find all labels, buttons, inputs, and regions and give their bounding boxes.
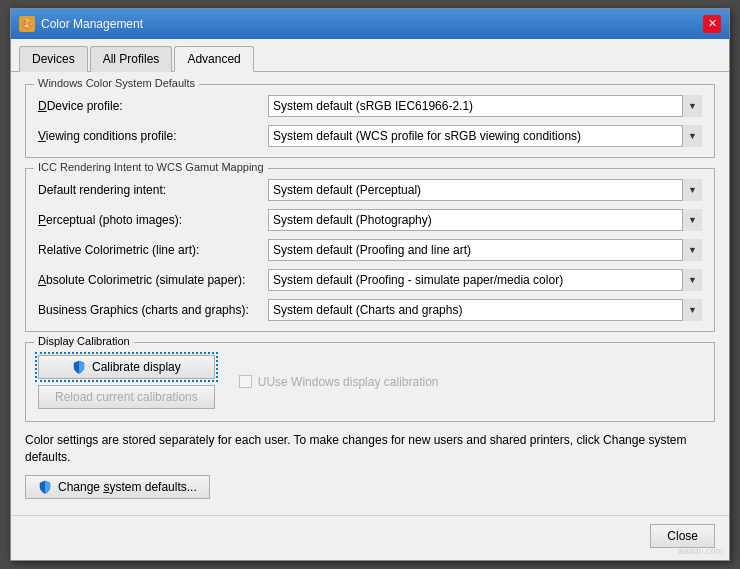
viewing-conditions-label: Viewing conditions profile:	[38, 129, 268, 143]
business-select[interactable]: System default (Charts and graphs)	[268, 299, 702, 321]
color-management-window: 🎨 Color Management ✕ Devices All Profile…	[10, 8, 730, 562]
device-profile-label: DDevice profile:	[38, 99, 268, 113]
icc-rendering-title: ICC Rendering Intent to WCS Gamut Mappin…	[34, 161, 268, 173]
viewing-conditions-select-wrapper: System default (WCS profile for sRGB vie…	[268, 125, 702, 147]
use-windows-calibration-label: UUse Windows display calibration	[258, 375, 439, 389]
windows-color-system-section: Windows Color System Defaults DDevice pr…	[25, 84, 715, 158]
use-windows-calibration-checkbox[interactable]	[239, 375, 252, 388]
perceptual-row: Perceptual (photo images): System defaul…	[38, 209, 702, 231]
close-button[interactable]: ✕	[703, 15, 721, 33]
shield-icon	[72, 360, 86, 374]
title-bar: 🎨 Color Management ✕	[11, 9, 729, 39]
change-defaults-label: Change system defaults...	[58, 480, 197, 494]
reload-calibrations-button[interactable]: Reload current calibrations	[38, 385, 215, 409]
use-windows-calibration-row: UUse Windows display calibration	[239, 375, 439, 389]
perceptual-select[interactable]: System default (Photography)	[268, 209, 702, 231]
info-text: Color settings are stored separately for…	[25, 432, 715, 466]
absolute-row: Absolute Colorimetric (simulate paper): …	[38, 269, 702, 291]
default-rendering-label: Default rendering intent:	[38, 183, 268, 197]
device-profile-select-wrapper: System default (sRGB IEC61966-2.1) ▼	[268, 95, 702, 117]
window-title: Color Management	[41, 17, 143, 31]
viewing-conditions-select[interactable]: System default (WCS profile for sRGB vie…	[268, 125, 702, 147]
default-rendering-row: Default rendering intent: System default…	[38, 179, 702, 201]
windows-color-system-title: Windows Color System Defaults	[34, 77, 199, 89]
absolute-select-wrapper: System default (Proofing - simulate pape…	[268, 269, 702, 291]
perceptual-select-wrapper: System default (Photography) ▼	[268, 209, 702, 231]
absolute-label: Absolute Colorimetric (simulate paper):	[38, 273, 268, 287]
business-label: Business Graphics (charts and graphs):	[38, 303, 268, 317]
device-profile-row: DDevice profile: System default (sRGB IE…	[38, 95, 702, 117]
calibrate-display-label: Calibrate display	[92, 360, 181, 374]
app-icon: 🎨	[19, 16, 35, 32]
display-calibration-section: Display Calibration Calibrate display Re…	[25, 342, 715, 422]
footer: Close wsxdn.com	[11, 515, 729, 560]
business-row: Business Graphics (charts and graphs): S…	[38, 299, 702, 321]
title-bar-buttons: ✕	[703, 15, 721, 33]
relative-row: Relative Colorimetric (line art): System…	[38, 239, 702, 261]
calibrate-display-button[interactable]: Calibrate display	[38, 355, 215, 379]
perceptual-label: Perceptual (photo images):	[38, 213, 268, 227]
device-profile-select[interactable]: System default (sRGB IEC61966-2.1)	[268, 95, 702, 117]
relative-select-wrapper: System default (Proofing and line art) ▼	[268, 239, 702, 261]
absolute-select[interactable]: System default (Proofing - simulate pape…	[268, 269, 702, 291]
default-rendering-select[interactable]: System default (Perceptual)	[268, 179, 702, 201]
title-bar-left: 🎨 Color Management	[19, 16, 143, 32]
tab-bar: Devices All Profiles Advanced	[11, 39, 729, 72]
tab-all-profiles[interactable]: All Profiles	[90, 46, 173, 72]
close-dialog-button[interactable]: Close	[650, 524, 715, 548]
viewing-conditions-row: Viewing conditions profile: System defau…	[38, 125, 702, 147]
default-rendering-select-wrapper: System default (Perceptual) ▼	[268, 179, 702, 201]
change-system-defaults-button[interactable]: Change system defaults...	[25, 475, 210, 499]
icc-rendering-section: ICC Rendering Intent to WCS Gamut Mappin…	[25, 168, 715, 332]
tab-devices[interactable]: Devices	[19, 46, 88, 72]
business-select-wrapper: System default (Charts and graphs) ▼	[268, 299, 702, 321]
relative-select[interactable]: System default (Proofing and line art)	[268, 239, 702, 261]
content-area: Windows Color System Defaults DDevice pr…	[11, 72, 729, 512]
relative-label: Relative Colorimetric (line art):	[38, 243, 268, 257]
reload-calibrations-label: Reload current calibrations	[55, 390, 198, 404]
tab-advanced[interactable]: Advanced	[174, 46, 253, 72]
shield-icon-small	[38, 480, 52, 494]
display-calibration-title: Display Calibration	[34, 335, 134, 347]
